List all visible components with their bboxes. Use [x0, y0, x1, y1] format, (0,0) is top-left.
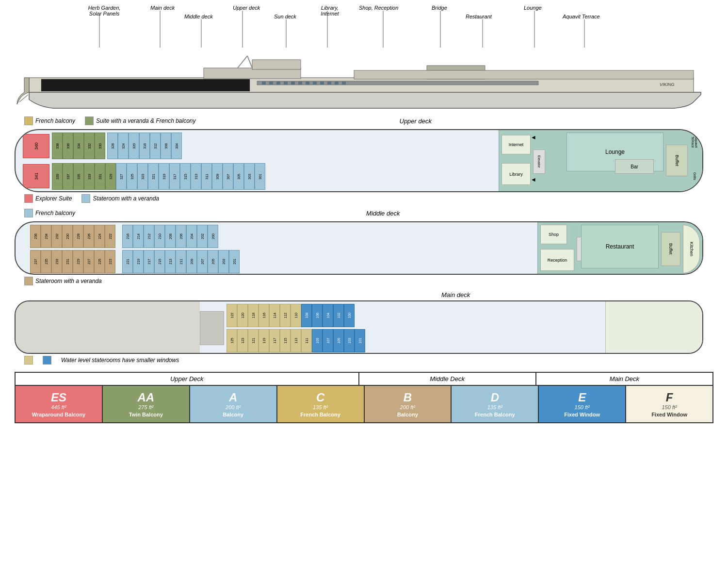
cabin-108: 108 — [301, 304, 312, 327]
cabin-206: 206 — [176, 225, 186, 248]
ship-svg: VIKING — [15, 51, 703, 114]
cabin-name-a: Balcony — [194, 412, 273, 417]
label-sun-deck: Sun deck — [274, 14, 296, 19]
cabin-111: 111 — [301, 329, 312, 352]
legend-color-main-blue — [43, 356, 51, 365]
cabin-335: 335 — [73, 163, 84, 190]
cabin-233: 233 — [51, 250, 62, 273]
svg-rect-12 — [41, 79, 250, 91]
cabin-319: 319 — [159, 163, 169, 190]
cabin-214: 214 — [133, 225, 144, 248]
aquavit-label: Aquavit Terrace — [689, 133, 700, 152]
label-lounge: Lounge — [524, 5, 542, 11]
cabin-107: 107 — [323, 329, 333, 352]
svg-rect-24 — [306, 82, 309, 84]
cabin-213: 213 — [165, 250, 176, 273]
cabin-type-e: E 150 ft² Fixed Window — [539, 386, 626, 422]
cabin-type-a: A 200 ft² Balcony — [190, 386, 277, 422]
cabin-type-aa: AA 275 ft² Twin Balcony — [103, 386, 190, 422]
upper-bottom-row: 339 337 335 333 331 329 327 325 323 321 … — [52, 163, 265, 190]
middle-service-area: Shop Reception Elevator Restaurant Buffe… — [537, 222, 702, 275]
cabin-236: 236 — [30, 225, 41, 248]
legend-french-balcony-upper: French balcony — [24, 116, 75, 125]
cabin-100: 100 — [344, 304, 355, 327]
shop-room: Shop — [540, 225, 567, 244]
cabin-327: 327 — [116, 163, 127, 190]
svg-rect-20 — [276, 82, 280, 84]
cabin-301: 301 — [255, 163, 265, 190]
cabin-sqft-es: 445 ft² — [19, 404, 98, 410]
cabin-308: 308 — [161, 133, 171, 159]
cabin-name-b: Balcony — [369, 412, 447, 417]
cabin-name-aa: Twin Balcony — [107, 412, 185, 417]
svg-rect-14 — [252, 60, 301, 69]
cabin-232: 232 — [51, 225, 62, 248]
cabin-104: 104 — [323, 304, 333, 327]
cabin-code-f: F — [630, 391, 709, 404]
legend-french-balcony-middle: French balcony — [24, 209, 75, 217]
cabin-sqft-f: 150 ft² — [630, 404, 709, 410]
cabin-315: 315 — [180, 163, 191, 190]
upper-deck-legend-1: French balcony Suite with a veranda & Fr… — [24, 116, 713, 125]
suite-341: 341 — [23, 164, 49, 188]
main-deck-header: Main deck — [15, 291, 713, 299]
cabin-113: 113 — [291, 329, 301, 352]
label-upper-deck: Upper deck — [233, 5, 260, 11]
label-library: Library,Internet — [310, 5, 349, 17]
svg-rect-18 — [262, 82, 266, 84]
cabin-219: 219 — [133, 250, 144, 273]
cabin-328: 328 — [107, 133, 118, 159]
legend-color-stateroom-veranda — [81, 194, 90, 203]
cabin-231: 231 — [62, 250, 73, 273]
library-room: Library — [502, 163, 531, 185]
svg-rect-29 — [342, 82, 346, 84]
cabin-202: 202 — [197, 225, 208, 248]
cabin-sqft-a: 200 ft² — [194, 404, 273, 410]
cabin-code-b: B — [369, 391, 447, 404]
cabin-235: 235 — [41, 250, 51, 273]
main-deck-plan: 122 120 118 116 114 112 110 108 106 104 … — [15, 300, 703, 354]
legend-label-french-balcony-middle: French balcony — [35, 210, 75, 216]
svg-rect-23 — [298, 82, 302, 84]
cabin-type-es: ES 445 ft² Wraparound Balcony — [16, 386, 103, 422]
cabin-303: 303 — [244, 163, 255, 190]
arrow-upper-2: ◄ — [531, 176, 536, 183]
suite-341-label: 341 — [34, 172, 39, 180]
label-restaurant: Restaurant — [466, 14, 492, 19]
cabin-209: 209 — [186, 250, 197, 273]
cabin-sqft-c: 135 ft² — [281, 404, 360, 410]
cabin-105: 105 — [333, 329, 344, 352]
suite-340: 340 — [23, 134, 49, 158]
ship-labels-area: Herb Garden,Solar Panels Main deck Middl… — [15, 5, 713, 49]
cabin-223: 223 — [105, 250, 115, 273]
legend-color-suite-veranda — [85, 116, 94, 125]
label-aquavit: Aquavit Terrace — [563, 14, 600, 19]
cabin-types-table: Upper Deck Middle Deck Main Deck ES 445 … — [15, 372, 713, 423]
cabin-112: 112 — [280, 304, 291, 327]
cabin-225: 225 — [94, 250, 105, 273]
cabin-323: 323 — [137, 163, 148, 190]
label-shop: Shop, Reception — [359, 5, 398, 11]
svg-rect-21 — [284, 82, 288, 84]
cabin-332: 332 — [84, 133, 95, 159]
deck-headers-row: Upper Deck Middle Deck Main Deck — [16, 373, 712, 386]
legend-color-main-light — [24, 356, 33, 365]
cabin-116: 116 — [259, 304, 269, 327]
cabin-324: 324 — [118, 133, 129, 159]
cabin-type-b: B 200 ft² Balcony — [365, 386, 452, 422]
main-deck-col-header: Main Deck — [536, 373, 712, 385]
cabin-118: 118 — [248, 304, 259, 327]
middle-deck-section: French balcony Middle deck 236 234 232 2… — [15, 209, 713, 285]
cabin-234: 234 — [41, 225, 51, 248]
cabin-106: 106 — [312, 304, 323, 327]
cabin-115: 115 — [280, 329, 291, 352]
cabin-code-a: A — [194, 391, 273, 404]
svg-rect-28 — [335, 82, 339, 84]
legend-suite-veranda: Suite with a veranda & French balcony — [85, 116, 195, 125]
cabin-code-aa: AA — [107, 391, 185, 404]
cabin-code-es: ES — [19, 391, 98, 404]
buffet-middle: Buffet — [661, 232, 680, 266]
cabin-sqft-b: 200 ft² — [369, 404, 447, 410]
cabin-221: 221 — [122, 250, 133, 273]
cabin-120: 120 — [237, 304, 248, 327]
